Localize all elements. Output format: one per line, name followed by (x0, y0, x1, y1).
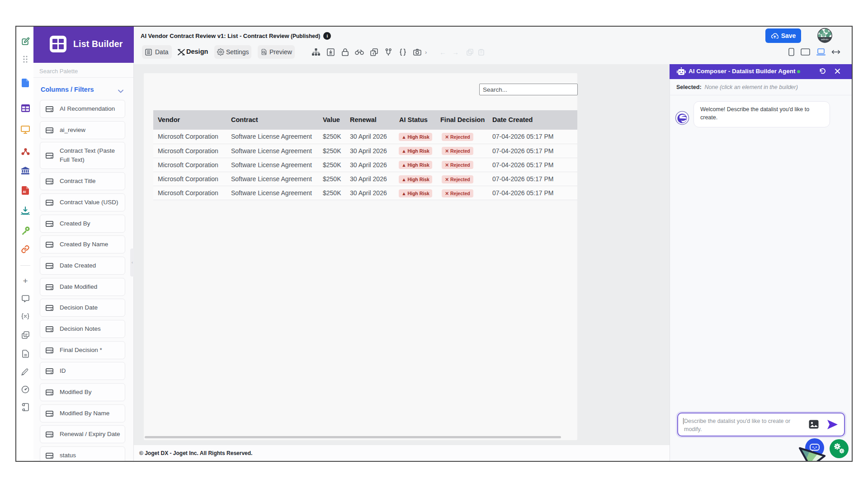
svg-text:AI: AI (23, 190, 26, 193)
svg-text:admin: admin (821, 38, 828, 41)
